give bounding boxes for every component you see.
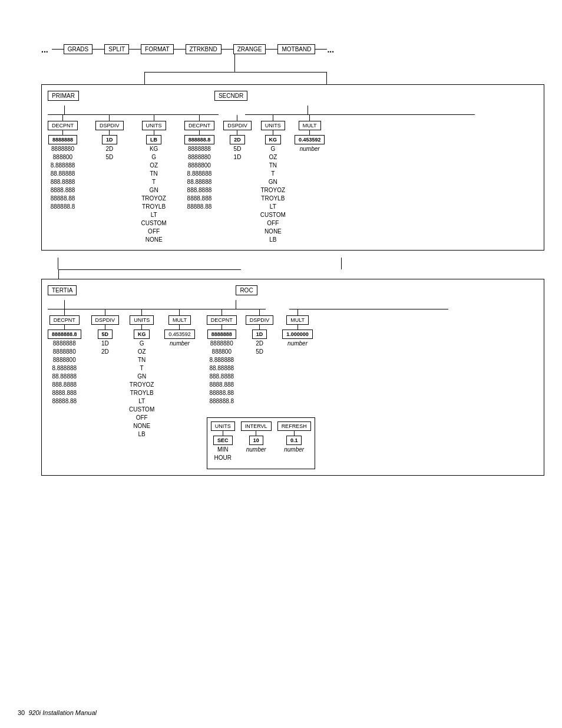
p-decpnt-1: 8888880 xyxy=(51,145,74,153)
roc-intervl-placeholder: number xyxy=(246,446,266,454)
s-units-9: CUSTOM xyxy=(260,211,286,219)
tertiary-units-bold[interactable]: KG xyxy=(134,330,150,339)
roc-intervl-value[interactable]: 10 xyxy=(249,436,263,445)
r-dspdiv-2: 5D xyxy=(256,348,263,356)
r-dspdiv-1: 2D xyxy=(256,340,263,348)
primar-label: PRIMAR xyxy=(48,91,79,101)
nav-box-grads[interactable]: GRADS xyxy=(64,44,93,54)
tertiary-units-header: UNITS xyxy=(130,315,154,325)
p-units-6: GN xyxy=(150,186,158,195)
nav-box-split[interactable]: SPLIT xyxy=(104,44,129,54)
footer: 30 920i Installation Manual xyxy=(18,709,97,716)
s-units-4: T xyxy=(271,170,275,178)
secondary-decpnt-header: DECPNT xyxy=(184,121,214,130)
s-units-3: TN xyxy=(269,162,277,170)
r-decpnt-4: 88.88888 xyxy=(209,364,234,373)
r-decpnt-7: 88888.88 xyxy=(209,389,234,397)
tertiary-mult-value[interactable]: 0.453592 xyxy=(164,330,195,339)
r-decpnt-1: 8888880 xyxy=(210,340,233,348)
roc-dspdiv-header: DSPDIV xyxy=(246,315,274,325)
r-decpnt-5: 888.8888 xyxy=(209,373,234,381)
t-decpnt-8: 88888.88 xyxy=(52,397,77,406)
t-units-10: OFF xyxy=(136,414,148,422)
p-decpnt-4: 88.88888 xyxy=(51,170,75,178)
s-decpnt-6: 888.8888 xyxy=(187,186,212,195)
secndr-label: SECNDR xyxy=(214,91,247,101)
nav-box-format[interactable]: FORMAT xyxy=(141,44,173,54)
t-units-2: OZ xyxy=(138,348,146,356)
p-units-10: CUSTOM xyxy=(141,219,167,228)
t-dspdiv-1: 1D xyxy=(101,340,109,348)
secondary-units-bold[interactable]: KG xyxy=(265,135,282,144)
tertiary-decpnt-header: DECPNT xyxy=(49,315,80,325)
primary-units-header: UNITS xyxy=(142,121,166,130)
roc-refresh-value[interactable]: 0.1 xyxy=(286,436,302,445)
s-units-2: OZ xyxy=(269,153,277,162)
p-dspdiv-1: 2D xyxy=(105,145,113,153)
t-units-9: CUSTOM xyxy=(129,406,154,414)
t-units-11: NONE xyxy=(133,422,150,430)
nav-box-motband[interactable]: MOTBAND xyxy=(277,44,315,54)
primary-dspdiv-header: DSPDIV xyxy=(95,121,124,130)
p-units-8: TROYLB xyxy=(142,203,166,211)
tertiary-dspdiv-header: DSPDIV xyxy=(91,315,120,325)
primary-units-bold[interactable]: LB xyxy=(146,135,161,144)
roc-mult-value[interactable]: 1.000000 xyxy=(282,330,313,339)
p-units-11: OFF xyxy=(148,228,160,236)
s-decpnt-8: 88888.88 xyxy=(187,203,212,211)
roc-decpnt-header: DECPNT xyxy=(207,315,237,325)
manual-title: 920i Installation Manual xyxy=(28,709,97,716)
p-decpnt-3: 8.888888 xyxy=(51,162,75,170)
s-units-10: OFF xyxy=(267,219,279,228)
t-decpnt-4: 8.888888 xyxy=(52,364,77,373)
r-decpnt-2: 888800 xyxy=(212,348,232,356)
t-units-5: GN xyxy=(137,373,146,381)
s-dspdiv-2: 1D xyxy=(234,153,242,162)
t-decpnt-1: 8888888 xyxy=(53,340,76,348)
s-units-6: TROYOZ xyxy=(260,186,285,195)
secondary-decpnt-bold[interactable]: 888888.8 xyxy=(184,135,215,144)
p-units-7: TROYOZ xyxy=(141,195,166,203)
nav-box-zrange[interactable]: ZRANGE xyxy=(233,44,266,54)
s-decpnt-7: 8888.888 xyxy=(187,195,212,203)
p-decpnt-5: 888.8888 xyxy=(51,178,75,186)
s-decpnt-2: 8888880 xyxy=(188,153,211,162)
page: ... GRADS SPLIT FORMAT ZTRKBND ZRANGE MO… xyxy=(0,0,562,728)
t-units-12: LB xyxy=(138,430,146,439)
p-dspdiv-2: 5D xyxy=(105,153,113,162)
roc-mult-placeholder: number xyxy=(287,340,308,348)
p-units-9: LT xyxy=(151,211,157,219)
tertiary-mult-header: MULT xyxy=(168,315,191,325)
roc-dspdiv-bold[interactable]: 1D xyxy=(252,330,267,339)
roc-units-header: UNITS xyxy=(211,421,235,431)
r-decpnt-3: 8.888888 xyxy=(209,356,234,364)
tertiary-dspdiv-bold[interactable]: 5D xyxy=(98,330,113,339)
p-units-2: G xyxy=(151,153,156,162)
roc-units-bold[interactable]: SEC xyxy=(213,436,233,445)
nav-box-ztrkbnd[interactable]: ZTRKBND xyxy=(186,44,222,54)
primary-decpnt-bold[interactable]: 8888888 xyxy=(48,135,77,144)
secondary-mult-header: MULT xyxy=(299,121,321,130)
roc-refresh-placeholder: number xyxy=(284,446,304,454)
r-units-2: HOUR xyxy=(214,454,232,462)
tertia-label: TERTIA xyxy=(48,285,77,295)
s-units-7: TROYLB xyxy=(261,195,285,203)
roc-mult-header: MULT xyxy=(286,315,309,325)
p-units-1: KG xyxy=(150,145,158,153)
t-units-7: TROYLB xyxy=(130,389,154,397)
primary-dspdiv-bold[interactable]: 1D xyxy=(102,135,117,144)
t-decpnt-7: 8888.888 xyxy=(52,389,77,397)
p-decpnt-2: 888800 xyxy=(53,153,72,162)
r-decpnt-6: 8888.888 xyxy=(209,381,234,389)
secondary-dspdiv-bold[interactable]: 2D xyxy=(230,135,245,144)
r-decpnt-8: 888888.8 xyxy=(209,397,234,406)
t-decpnt-3: 8888800 xyxy=(53,356,76,364)
right-dots: ... xyxy=(327,45,334,54)
secondary-mult-value[interactable]: 0.453592 xyxy=(295,135,325,144)
p-units-3: OZ xyxy=(150,162,158,170)
tertiary-decpnt-bold[interactable]: 8888888.8 xyxy=(48,330,81,339)
roc-decpnt-bold[interactable]: 8888888 xyxy=(207,330,236,339)
t-units-4: T xyxy=(140,364,144,373)
primary-decpnt-header: DECPNT xyxy=(48,121,78,130)
p-units-4: TN xyxy=(150,170,157,178)
